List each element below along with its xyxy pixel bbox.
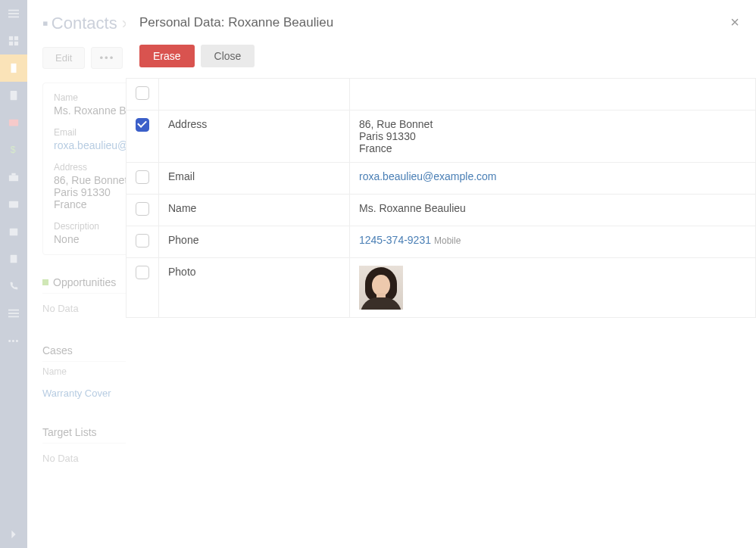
row-field-value: 86, Rue BonnetParis 91330France xyxy=(350,111,756,163)
value-suffix: Mobile xyxy=(434,235,461,246)
row-field-value[interactable]: 1245-374-9231Mobile xyxy=(350,226,756,258)
row-field-name: Address xyxy=(159,111,350,163)
value-line: 86, Rue Bonnet xyxy=(359,118,746,130)
row-checkbox[interactable] xyxy=(136,266,149,279)
photo-thumbnail[interactable] xyxy=(359,266,403,310)
row-field-name: Email xyxy=(159,163,350,195)
personal-data-table: Address86, Rue BonnetParis 91330FranceEm… xyxy=(126,78,756,318)
table-row: Emailroxa.beaulieu@example.com xyxy=(127,163,756,195)
row-checkbox-cell xyxy=(127,195,159,226)
row-field-value xyxy=(350,258,756,318)
value-text[interactable]: roxa.beaulieu@example.com xyxy=(359,170,497,182)
row-checkbox[interactable] xyxy=(136,170,149,184)
value-text[interactable]: 1245-374-9231 xyxy=(359,234,431,246)
value-line: France xyxy=(359,142,746,154)
table-row: NameMs. Roxanne Beaulieu xyxy=(127,195,756,226)
table-row: Phone1245-374-9231Mobile xyxy=(127,226,756,258)
value-line: Paris 91330 xyxy=(359,130,746,142)
erase-button[interactable]: Erase xyxy=(139,45,195,67)
personal-data-modal: Personal Data: Roxanne Beaulieu × Erase … xyxy=(126,0,756,548)
row-field-name: Name xyxy=(159,195,350,226)
table-header-checkbox xyxy=(127,79,159,111)
row-field-value[interactable]: roxa.beaulieu@example.com xyxy=(350,163,756,195)
value-text: Ms. Roxanne Beaulieu xyxy=(359,202,466,214)
table-header-field xyxy=(159,79,350,111)
modal-close-button[interactable]: × xyxy=(727,11,742,34)
row-checkbox-cell xyxy=(127,258,159,318)
row-field-name: Photo xyxy=(159,258,350,318)
row-field-value: Ms. Roxanne Beaulieu xyxy=(350,195,756,226)
row-checkbox[interactable] xyxy=(136,234,149,248)
row-checkbox[interactable] xyxy=(136,202,149,216)
row-checkbox-cell xyxy=(127,111,159,163)
table-row: Photo xyxy=(127,258,756,318)
close-button[interactable]: Close xyxy=(201,45,255,67)
modal-header: Personal Data: Roxanne Beaulieu × xyxy=(126,0,756,40)
modal-actions: Erase Close xyxy=(126,40,756,78)
table-row: Address86, Rue BonnetParis 91330France xyxy=(127,111,756,163)
row-checkbox-cell xyxy=(127,226,159,258)
row-field-name: Phone xyxy=(159,226,350,258)
table-header-value xyxy=(350,79,756,111)
row-checkbox-cell xyxy=(127,163,159,195)
select-all-checkbox[interactable] xyxy=(136,86,149,100)
row-checkbox[interactable] xyxy=(136,118,149,132)
modal-title: Personal Data: Roxanne Beaulieu xyxy=(139,15,333,30)
